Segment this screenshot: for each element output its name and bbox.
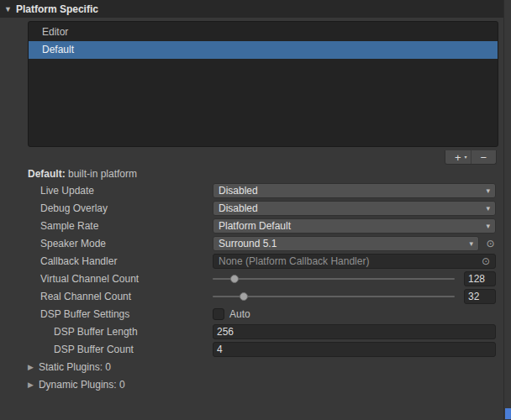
row-dsp-buffer-count: DSP Buffer Count [0,340,498,358]
static-plugins-foldout[interactable]: ▶ Static Plugins: 0 [0,358,498,375]
dynamic-plugins-foldout[interactable]: ▶ Dynamic Plugins: 0 [0,375,498,393]
foldout-closed-icon: ▶ [28,381,34,389]
platform-list-item-editor[interactable]: Editor [29,24,498,41]
dynamic-plugins-label: Dynamic Plugins: 0 [39,379,125,391]
caption-platform-desc: built-in platform [66,168,137,180]
dsp-buffer-count-field[interactable] [213,342,496,357]
speaker-mode-label: Speaker Mode [40,238,213,249]
callback-handler-label: Callback Handler [40,255,213,267]
selected-platform-caption: Default: built-in platform [28,168,137,181]
platform-list-item-default[interactable]: Default [29,41,498,59]
slider-thumb[interactable] [240,292,248,301]
dsp-buffer-auto-label: Auto [229,308,250,320]
virtual-channel-count-slider[interactable] [213,271,455,286]
sample-rate-dropdown[interactable]: Platform Default ▾ [213,218,496,234]
dsp-buffer-auto-toggle-wrap: Auto [213,308,498,320]
row-live-update: Live Update Disabled ▾ [0,181,498,199]
dropdown-value: Surround 5.1 [219,238,464,249]
dsp-buffer-length-field[interactable] [213,324,496,339]
slider-track[interactable] [213,296,455,297]
foldout-closed-icon: ▶ [28,363,34,371]
remove-platform-button[interactable]: − [471,150,497,164]
section-title: Platform Specific [16,3,98,15]
foldout-open-icon: ▼ [4,5,12,13]
row-virtual-channel-count: Virtual Channel Count [0,270,498,287]
real-channel-count-label: Real Channel Count [40,291,213,302]
row-sample-rate: Sample Rate Platform Default ▾ [0,217,498,234]
live-update-dropdown[interactable]: Disabled ▾ [213,183,496,198]
add-dropdown-caret-icon: ▾ [464,151,466,164]
row-real-channel-count: Real Channel Count [0,287,498,305]
row-dsp-buffer-settings: DSP Buffer Settings Auto [0,305,498,323]
row-dsp-buffer-length: DSP Buffer Length [0,323,498,340]
live-update-label: Live Update [40,185,213,197]
debug-overlay-label: Debug Overlay [40,202,213,214]
chevron-down-icon: ▾ [486,204,490,213]
object-field-value: None (Platform Callback Handler) [219,255,477,267]
caption-platform-name: Default: [28,168,66,180]
settings-rows: Live Update Disabled ▾ Debug Overlay Dis… [0,181,498,393]
slider-track[interactable] [213,278,455,280]
dsp-buffer-count-label: DSP Buffer Count [40,344,213,355]
vertical-scrollbar[interactable] [503,0,511,420]
scrollbar-thumb[interactable] [505,408,511,419]
speaker-mode-dropdown[interactable]: Surround 5.1 ▾ [213,236,479,251]
dropdown-value: Platform Default [219,220,481,232]
add-platform-button[interactable]: + ▾ [445,150,471,164]
slider-thumb[interactable] [230,275,239,283]
row-callback-handler: Callback Handler None (Platform Callback… [0,252,498,270]
dsp-buffer-length-label: DSP Buffer Length [40,326,213,338]
row-debug-overlay: Debug Overlay Disabled ▾ [0,199,498,217]
platform-list: Editor Default [28,21,498,147]
chevron-down-icon: ▾ [469,239,473,248]
chevron-down-icon: ▾ [486,222,490,230]
callback-handler-object-field[interactable]: None (Platform Callback Handler) ⊙ [213,254,496,269]
dsp-buffer-auto-checkbox[interactable] [213,308,224,320]
chevron-down-icon: ▾ [486,186,490,195]
plus-icon: + [455,151,461,164]
sample-rate-label: Sample Rate [40,220,213,232]
static-plugins-label: Static Plugins: 0 [39,361,111,373]
real-channel-count-field[interactable] [464,289,496,304]
dropdown-value: Disabled [219,185,481,197]
row-speaker-mode: Speaker Mode Surround 5.1 ▾ ⊙ [0,234,498,252]
dsp-buffer-settings-label: DSP Buffer Settings [40,308,213,320]
virtual-channel-count-field[interactable] [464,271,496,286]
speaker-mode-picker-icon[interactable]: ⊙ [485,238,496,249]
real-channel-count-slider[interactable] [213,289,455,304]
minus-icon: − [480,151,487,164]
platform-list-toolbar: + ▾ − [445,150,497,165]
object-picker-icon[interactable]: ⊙ [482,255,490,267]
debug-overlay-dropdown[interactable]: Disabled ▾ [213,201,496,216]
virtual-channel-count-label: Virtual Channel Count [40,273,213,285]
platform-specific-header[interactable]: ▼ Platform Specific [0,0,503,18]
dropdown-value: Disabled [219,202,481,214]
